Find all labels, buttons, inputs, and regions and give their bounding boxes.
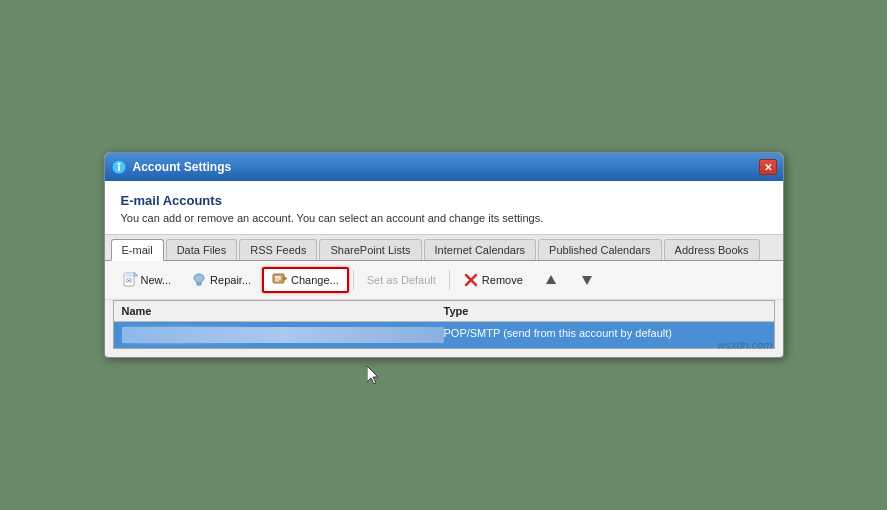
svg-marker-17: [367, 366, 378, 384]
repair-label: Repair...: [210, 274, 251, 286]
toolbar-separator-2: [449, 270, 450, 290]
repair-button[interactable]: Repair...: [182, 268, 260, 292]
tab-publishedcalendars[interactable]: Published Calendars: [538, 239, 662, 260]
down-arrow-icon: [579, 272, 595, 288]
new-button[interactable]: ✉ New...: [113, 268, 181, 292]
window-controls: ✕: [759, 159, 777, 175]
new-label: New...: [141, 274, 172, 286]
col-name-header: Name: [122, 305, 444, 317]
toolbar: ✉ New... Repair...: [105, 261, 783, 300]
change-icon: [272, 272, 288, 288]
change-button[interactable]: Change...: [262, 267, 349, 293]
title-bar: Account Settings ✕: [105, 153, 783, 181]
svg-marker-16: [582, 276, 592, 285]
remove-button[interactable]: Remove: [454, 268, 532, 292]
tab-bar: E-mail Data Files RSS Feeds SharePoint L…: [105, 235, 783, 261]
move-up-button[interactable]: [534, 268, 568, 292]
up-arrow-icon: [543, 272, 559, 288]
move-down-button[interactable]: [570, 268, 604, 292]
tab-email[interactable]: E-mail: [111, 239, 164, 261]
set-default-label: Set as Default: [367, 274, 436, 286]
table-row[interactable]: POP/SMTP (send from this account by defa…: [114, 322, 774, 348]
tab-datafiles[interactable]: Data Files: [166, 239, 238, 260]
tab-addressbooks[interactable]: Address Books: [664, 239, 760, 260]
tab-internetcalendars[interactable]: Internet Calendars: [424, 239, 537, 260]
svg-point-1: [117, 163, 120, 166]
remove-icon: [463, 272, 479, 288]
table-header: Name Type: [114, 301, 774, 322]
header-section: E-mail Accounts You can add or remove an…: [105, 181, 783, 235]
svg-rect-2: [118, 166, 120, 171]
repair-icon: [191, 272, 207, 288]
header-description: You can add or remove an account. You ca…: [121, 212, 767, 224]
svg-marker-9: [284, 277, 287, 280]
close-button[interactable]: ✕: [759, 159, 777, 175]
header-title: E-mail Accounts: [121, 193, 767, 208]
col-type-header: Type: [444, 305, 766, 317]
svg-marker-15: [546, 275, 556, 284]
accounts-table: Name Type POP/SMTP (send from this accou…: [113, 300, 775, 349]
account-name-cell: [122, 327, 444, 343]
watermark: wsxdn.com: [717, 339, 772, 351]
window-icon: [111, 159, 127, 175]
mouse-cursor: [367, 366, 379, 384]
change-label: Change...: [291, 274, 339, 286]
svg-text:✉: ✉: [126, 277, 132, 284]
account-settings-window: Account Settings ✕ E-mail Accounts You c…: [104, 152, 784, 358]
tab-sharepointlists[interactable]: SharePoint Lists: [319, 239, 421, 260]
svg-marker-6: [134, 272, 138, 276]
set-default-button[interactable]: Set as Default: [358, 270, 445, 290]
tab-rssfeeds[interactable]: RSS Feeds: [239, 239, 317, 260]
remove-label: Remove: [482, 274, 523, 286]
new-icon: ✉: [122, 272, 138, 288]
toolbar-separator: [353, 270, 354, 290]
window-title: Account Settings: [133, 160, 759, 174]
